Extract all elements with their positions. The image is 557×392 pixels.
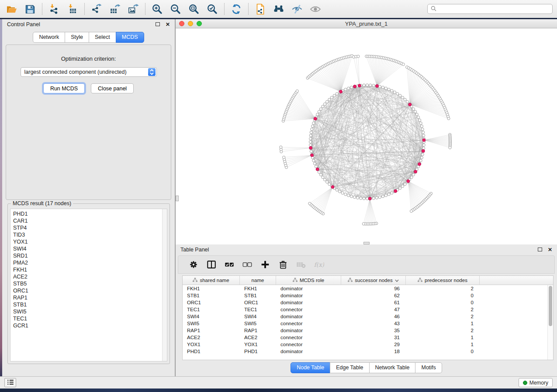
- export-network-icon[interactable]: [91, 3, 102, 15]
- mcds-result-item[interactable]: PMA2: [13, 259, 167, 266]
- eye-icon[interactable]: [310, 3, 321, 15]
- table-row[interactable]: RAP1RAP1dominator352: [183, 327, 547, 334]
- run-mcds-button[interactable]: Run MCDS: [43, 83, 85, 93]
- show-panels-button[interactable]: [4, 378, 16, 387]
- close-panel-button[interactable]: Close panel: [91, 83, 134, 93]
- split-columns-icon[interactable]: [206, 259, 217, 270]
- mcds-result-item[interactable]: ACE2: [13, 273, 167, 280]
- tab-network-table[interactable]: Network Table: [369, 362, 416, 373]
- table-row[interactable]: SWI5SWI5connector431: [183, 320, 547, 327]
- optimization-criterion-label: Optimization criterion:: [6, 55, 171, 62]
- dropdown-stepper-icon: [148, 68, 156, 76]
- import-table-icon[interactable]: [67, 3, 78, 15]
- select-all-icon[interactable]: [224, 259, 235, 270]
- zoom-in-icon[interactable]: [152, 3, 163, 15]
- memory-button[interactable]: Memory: [519, 378, 553, 387]
- window-zoom-button[interactable]: [197, 21, 202, 26]
- window-close-button[interactable]: [179, 21, 184, 26]
- table-row[interactable]: STB1STB1dominator620: [183, 292, 547, 299]
- mcds-result-item[interactable]: CAR1: [13, 217, 167, 224]
- eye-hide-icon[interactable]: [291, 3, 303, 15]
- network-graph[interactable]: [176, 28, 557, 244]
- mcds-result-item[interactable]: SWI5: [13, 308, 167, 315]
- table-row[interactable]: SWI4SWI4dominator462: [183, 313, 547, 320]
- table-row[interactable]: FKH1FKH1dominator962: [183, 285, 547, 292]
- delete-icon[interactable]: [278, 259, 288, 270]
- mcds-result-item[interactable]: STB1: [13, 301, 167, 308]
- mcds-result-list[interactable]: PHD1CAR1STP4TID3YOX1SWI4SRD1PMA2FKH1ACE2…: [10, 209, 167, 361]
- mcds-result-item[interactable]: STP4: [13, 224, 167, 231]
- cell-shared-name: STB1: [183, 293, 240, 298]
- mcds-result-item[interactable]: SWI4: [13, 245, 167, 252]
- mcds-result-item[interactable]: TID3: [13, 231, 167, 238]
- import-network-icon[interactable]: [48, 3, 60, 15]
- tab-network[interactable]: Network: [33, 32, 65, 43]
- float-panel-icon[interactable]: [156, 22, 160, 26]
- window-minimize-button[interactable]: [188, 21, 193, 26]
- export-image-icon[interactable]: [128, 3, 139, 15]
- mcds-result-item[interactable]: STB5: [13, 280, 167, 287]
- close-table-panel-icon[interactable]: ✕: [548, 247, 552, 253]
- cell-mcds-role: connector: [276, 321, 341, 326]
- cell-predecessor-nodes: 1: [406, 342, 480, 347]
- tab-mcds[interactable]: MCDS: [116, 32, 144, 43]
- float-table-panel-icon[interactable]: [538, 248, 542, 251]
- zoom-selected-icon[interactable]: [207, 3, 218, 15]
- deselect-all-icon[interactable]: [242, 259, 253, 270]
- settings-gear-icon[interactable]: [188, 259, 199, 270]
- table-row[interactable]: TEC1TEC1connector472: [183, 306, 547, 313]
- table-row[interactable]: YOX1YOX1connector291: [183, 341, 547, 348]
- document-share-icon[interactable]: [255, 3, 266, 15]
- table-scrollbar-thumb[interactable]: [549, 286, 552, 326]
- table-row[interactable]: ACE2ACE2connector311: [183, 334, 547, 341]
- export-table-icon[interactable]: [109, 3, 121, 15]
- column-header-name[interactable]: name: [240, 276, 276, 285]
- list-icon: [7, 379, 14, 387]
- column-header-successor-nodes[interactable]: successor nodes: [341, 276, 406, 285]
- toolbar-group: [4, 3, 42, 15]
- tab-motifs[interactable]: Motifs: [415, 362, 442, 373]
- network-view-canvas[interactable]: [176, 28, 557, 244]
- toolbar-group: [249, 3, 327, 15]
- mcds-result-item[interactable]: ORC1: [13, 287, 167, 294]
- search-input[interactable]: [439, 6, 549, 12]
- refresh-icon[interactable]: [231, 3, 242, 15]
- tree-icon: [418, 278, 422, 283]
- cell-mcds-role: dominator: [276, 286, 341, 291]
- mcds-result-item[interactable]: PHD1: [13, 210, 167, 217]
- table-row[interactable]: PHD1PHD1dominator180: [183, 348, 547, 355]
- mcds-result-item[interactable]: SRD1: [13, 252, 167, 259]
- zoom-out-icon[interactable]: [170, 3, 181, 15]
- cell-successor-nodes: 47: [341, 307, 406, 312]
- save-icon[interactable]: [24, 3, 36, 15]
- table-row[interactable]: ORC1ORC1dominator610: [183, 299, 547, 306]
- result-list-scrollbar[interactable]: [162, 209, 167, 361]
- mcds-result-item[interactable]: RAP1: [13, 294, 167, 301]
- add-icon[interactable]: [260, 259, 270, 270]
- search-box[interactable]: [427, 4, 553, 14]
- horizontal-splitter-handle[interactable]: [363, 242, 370, 244]
- column-header-mcds-role[interactable]: MCDS role: [276, 276, 341, 285]
- cell-name: PHD1: [240, 349, 276, 354]
- column-header-shared-name[interactable]: shared name: [183, 276, 240, 285]
- column-header-predecessor-nodes[interactable]: predecessor nodes: [406, 276, 480, 285]
- mcds-result-item[interactable]: YOX1: [13, 238, 167, 245]
- tab-edge-table[interactable]: Edge Table: [330, 362, 369, 373]
- mcds-result-item[interactable]: GCR1: [13, 322, 167, 329]
- table-scrollbar[interactable]: [547, 285, 553, 360]
- binoculars-icon[interactable]: [273, 3, 284, 15]
- tab-node-table[interactable]: Node Table: [291, 362, 330, 373]
- cell-successor-nodes: 43: [341, 321, 406, 326]
- tab-select[interactable]: Select: [89, 32, 116, 43]
- vertical-splitter-handle[interactable]: [176, 196, 179, 201]
- table-header-row: shared namenameMCDS rolesuccessor nodesp…: [183, 276, 553, 285]
- close-panel-icon[interactable]: ✕: [166, 21, 170, 28]
- criterion-dropdown[interactable]: largest connected component (undirected): [21, 67, 157, 77]
- cell-successor-nodes: 18: [341, 349, 406, 354]
- tab-style[interactable]: Style: [65, 32, 89, 43]
- mcds-result-item[interactable]: FKH1: [13, 266, 167, 273]
- zoom-fit-icon[interactable]: [188, 3, 200, 15]
- mcds-result-item[interactable]: TEC1: [13, 315, 167, 322]
- open-folder-icon[interactable]: [6, 3, 17, 15]
- header-filler: [480, 276, 553, 285]
